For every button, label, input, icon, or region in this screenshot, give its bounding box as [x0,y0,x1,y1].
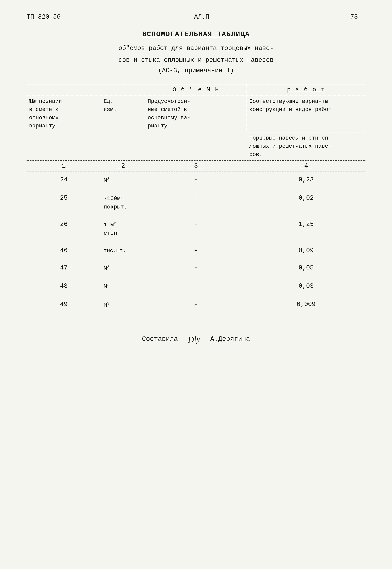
unit-47: М3 [101,264,145,273]
val-49: 0,009 [247,301,365,308]
footer-label: Составила [142,335,178,343]
vol-49: – [145,301,247,308]
vol-46: – [145,247,247,254]
pos-24: 24 [27,176,101,183]
vol-25: – [145,194,247,202]
unit-46: тнс.шт. [101,247,145,255]
header-right: - 73 - [343,13,365,20]
val-48: 0,03 [247,283,365,290]
main-title: ВСПОМОГАТЕЛЬНАЯ ТАБЛИЦА [27,30,365,38]
signature: Dly [187,334,201,344]
main-table: О б " е М Н р а б о т №№ позициив смете … [27,84,365,314]
unit-26: 1 м2стен [101,221,145,238]
vol-24: – [145,176,247,183]
col4-subheader: Торцевые навесы и стн сп-лошных и решетч… [247,132,365,161]
col-num-2: _2_ [101,162,145,169]
footer: Составила Dly А.Дерягина [27,334,365,344]
col4-header: Соответствующие вариантыконструкции и ви… [247,95,365,132]
vol-48: – [145,283,247,290]
table-row: 46 тнс.шт. – 0,09 [27,242,365,259]
header-left: ТП 320-56 [27,13,61,20]
pos-47: 47 [27,264,101,271]
table-row: 47 М3 – 0,05 [27,259,365,278]
table-row: 26 1 м2стен – 1,25 [27,216,365,242]
unit-49: М3 [101,301,145,310]
vol-47: – [145,264,247,271]
val-47: 0,05 [247,264,365,271]
val-26: 1,25 [247,221,365,228]
col-num-4: _4_ [247,162,365,169]
col-num-3: _3_ [145,162,247,169]
pos-46: 46 [27,247,101,254]
col-num-1: _1_ [27,162,101,169]
pos-49: 49 [27,301,101,308]
col1-header: №№ позициив смете косновномуварианту [27,95,101,132]
unit-48: М3 [101,283,145,291]
pos-25: 25 [27,194,101,202]
footer-name: А.Дерягина [210,335,250,343]
table-row: 48 М3 – 0,03 [27,278,365,296]
val-46: 0,09 [247,247,365,254]
col2-header: Ед.изм. [101,95,145,132]
subtitle-note: (АС-3, примечание 1) [27,67,365,74]
header-center: АЛ.П [194,13,209,20]
unit-25: ·100м2покрыт. [101,194,145,211]
vol-26: – [145,221,247,228]
obem-section-label: О б " е М Н [145,84,247,95]
col3-header: Предусмотрен-ные сметой косновному ва-ри… [145,95,247,132]
table-row: 49 М3 – 0,009 [27,296,365,314]
val-25: 0,02 [247,194,365,202]
val-24: 0,23 [247,176,365,183]
pos-26: 26 [27,221,101,228]
rabot-section-label: р а б о т [247,84,365,95]
table-row: 24 М3 – 0,23 [27,171,365,190]
table-row: 25 ·100м2покрыт. – 0,02 [27,190,365,216]
subtitle-line1: об"емов работ для варианта торцевых наве… [27,43,365,54]
subtitle-line2: сов и стыка сплошных и решетчатых навесо… [27,55,365,65]
unit-24: М3 [101,176,145,185]
pos-48: 48 [27,283,101,290]
